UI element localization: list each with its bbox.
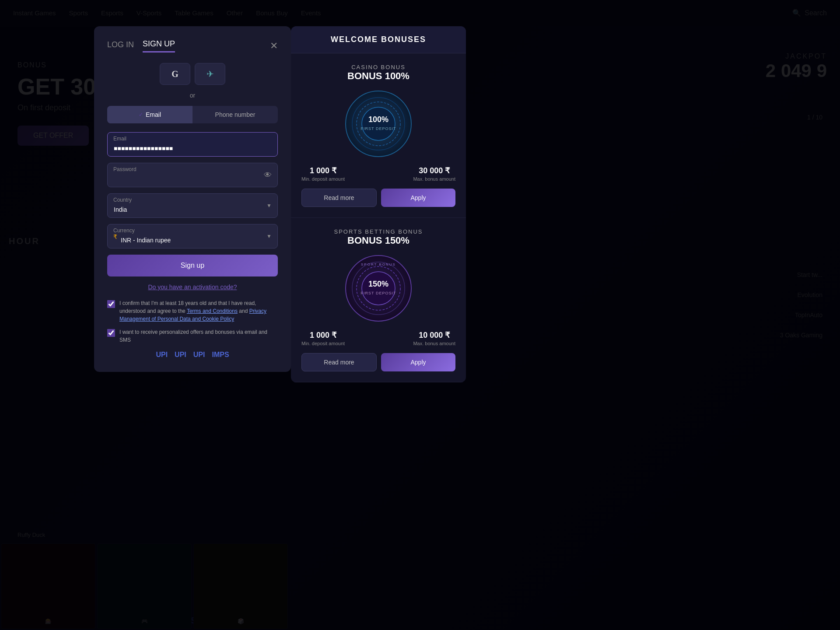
casino-min-amount: 1 000 ₹ (301, 166, 345, 175)
svg-point-9 (362, 272, 395, 305)
offers-text: I want to receive personalized offers an… (119, 328, 278, 344)
currency-rupee-icon: ₹ (113, 233, 117, 240)
payment-upi-1: UPI (156, 351, 168, 359)
svg-text:FIRST DEPOSIT: FIRST DEPOSIT (361, 126, 396, 131)
sports-bonus-main-title: BONUS 150% (301, 235, 455, 246)
svg-text:100%: 100% (368, 115, 388, 124)
casino-min-label: Min. deposit amount (301, 176, 345, 182)
password-toggle-icon[interactable]: 👁 (264, 171, 272, 180)
telegram-icon: ✈ (206, 69, 214, 79)
signup-modal: LOG IN SIGN UP ✕ G ✈ or Email Phone numb… (94, 26, 291, 372)
google-icon: G (172, 69, 178, 79)
sports-min-deposit: 1 000 ₹ Min. deposit amount (301, 330, 345, 346)
currency-dropdown-icon: ▼ (266, 233, 272, 239)
casino-bonus-amounts: 1 000 ₹ Min. deposit amount 30 000 ₹ Max… (301, 166, 455, 182)
payment-logos: UPI UPI UPI IMPS (107, 351, 278, 359)
sports-bonus-amounts: 1 000 ₹ Min. deposit amount 10 000 ₹ Max… (301, 330, 455, 346)
or-divider: or (107, 92, 278, 99)
social-buttons: G ✈ (107, 63, 278, 85)
casino-bonus-card: CASINO BONUS BONUS 100% 100% FIRST DEPOS… (291, 53, 466, 218)
tab-login[interactable]: LOG IN (107, 40, 134, 52)
payment-upi-2: UPI (175, 351, 186, 359)
country-label: Country (113, 197, 132, 203)
svg-text:SPORT BONUS: SPORT BONUS (361, 262, 396, 266)
casino-bonus-main-title: BONUS 100% (301, 70, 455, 82)
terms-text: I confirm that I'm at least 18 years old… (119, 299, 278, 323)
country-field-group: Country India ▼ (107, 193, 278, 218)
modal-tabs: LOG IN SIGN UP ✕ (107, 39, 278, 52)
terms-link[interactable]: Terms and Conditions (187, 308, 238, 314)
terms-checkbox-group: I confirm that I'm at least 18 years old… (107, 299, 278, 323)
offers-checkbox[interactable] (107, 329, 115, 337)
sports-bonus-card: SPORTS BETTING BONUS BONUS 150% 150% FIR… (291, 218, 466, 382)
svg-text:FIRST DEPOSIT: FIRST DEPOSIT (361, 291, 396, 295)
method-email-tab[interactable]: Email (107, 106, 192, 123)
sports-apply-button[interactable]: Apply (381, 353, 455, 371)
sports-min-label: Min. deposit amount (301, 341, 345, 346)
tab-signup[interactable]: SIGN UP (143, 39, 175, 52)
payment-imps: IMPS (212, 351, 229, 359)
sports-bonus-actions: Read more Apply (301, 353, 455, 371)
email-field-group: Email (107, 132, 278, 157)
activation-code-link[interactable]: Do you have an activation code? (107, 284, 278, 290)
casino-bonus-subtitle: CASINO BONUS (301, 64, 455, 70)
email-label: Email (113, 136, 126, 142)
sports-bonus-circle: 150% FIRST DEPOSIT SPORT BONUS (343, 253, 413, 323)
method-tabs: Email Phone number (107, 106, 278, 123)
sports-min-amount: 1 000 ₹ (301, 330, 345, 340)
casino-min-deposit: 1 000 ₹ Min. deposit amount (301, 166, 345, 182)
casino-apply-button[interactable]: Apply (381, 189, 455, 207)
svg-text:150%: 150% (368, 280, 388, 288)
sports-max-amount: 10 000 ₹ (413, 330, 455, 340)
sports-max-label: Max. bonus amount (413, 341, 455, 346)
svg-point-3 (362, 107, 395, 140)
currency-label: Currency (113, 228, 135, 234)
casino-bonus-title: CASINO BONUS BONUS 100% (301, 64, 455, 82)
google-login-button[interactable]: G (160, 63, 190, 85)
offers-checkbox-group: I want to receive personalized offers an… (107, 328, 278, 344)
casino-max-bonus: 30 000 ₹ Max. bonus amount (413, 166, 455, 182)
casino-bonus-actions: Read more Apply (301, 189, 455, 207)
method-phone-tab[interactable]: Phone number (192, 106, 278, 123)
signup-button[interactable]: Sign up (107, 255, 278, 276)
currency-field-group: Currency ₹ INR - Indian rupee ▼ (107, 224, 278, 248)
password-field-group: Password 👁 (107, 163, 278, 187)
close-button[interactable]: ✕ (270, 40, 278, 52)
country-select[interactable]: India (107, 193, 278, 218)
payment-upi-3: UPI (193, 351, 205, 359)
bonuses-header: WELCOME BONUSES (291, 26, 466, 53)
casino-max-amount: 30 000 ₹ (413, 166, 455, 175)
country-dropdown-icon: ▼ (266, 203, 272, 209)
casino-bonus-circle: 100% FIRST DEPOSIT (343, 89, 413, 159)
bonuses-panel: WELCOME BONUSES CASINO BONUS BONUS 100% … (291, 26, 466, 382)
email-input[interactable] (107, 132, 278, 157)
sports-bonus-subtitle: SPORTS BETTING BONUS (301, 228, 455, 235)
password-label: Password (113, 166, 136, 172)
sports-read-more-button[interactable]: Read more (301, 353, 377, 371)
casino-max-label: Max. bonus amount (413, 176, 455, 182)
terms-checkbox[interactable] (107, 300, 115, 308)
telegram-login-button[interactable]: ✈ (195, 63, 225, 85)
casino-read-more-button[interactable]: Read more (301, 189, 377, 207)
sports-bonus-title: SPORTS BETTING BONUS BONUS 150% (301, 228, 455, 246)
sports-max-bonus: 10 000 ₹ Max. bonus amount (413, 330, 455, 346)
